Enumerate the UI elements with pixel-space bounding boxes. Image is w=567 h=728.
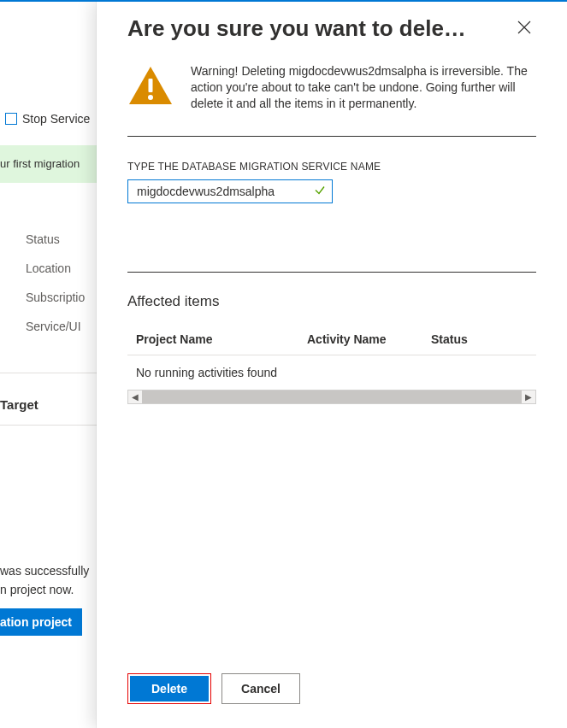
stop-service-label: Stop Service xyxy=(22,112,90,126)
svg-point-1 xyxy=(148,95,153,100)
focus-indicator: Delete xyxy=(127,673,211,704)
column-project-name[interactable]: Project Name xyxy=(136,332,307,346)
scroll-track[interactable] xyxy=(142,390,522,403)
divider xyxy=(127,136,536,137)
svg-rect-0 xyxy=(149,79,153,92)
stop-icon xyxy=(5,113,17,125)
grid-header-row: Project Name Activity Name Status xyxy=(127,322,536,355)
scroll-left-icon[interactable]: ◀ xyxy=(128,390,142,403)
warning-message: Warning! Deleting migdocdevwus2dmsalpha … xyxy=(191,63,536,112)
stop-service-command[interactable]: Stop Service xyxy=(5,112,90,126)
detail-subscription: Subscriptio xyxy=(26,291,85,304)
close-icon xyxy=(517,21,531,34)
scroll-right-icon[interactable]: ▶ xyxy=(522,390,535,403)
horizontal-scrollbar[interactable]: ◀ ▶ xyxy=(127,390,536,404)
resource-details: Status Location Subscriptio Service/UI xyxy=(26,232,85,349)
panel-title: Are you sure you want to dele… xyxy=(127,14,499,43)
detail-location: Location xyxy=(26,261,85,275)
service-name-label: TYPE THE DATABASE MIGRATION SERVICE NAME xyxy=(127,161,536,173)
affected-items-header: Affected items xyxy=(127,293,536,310)
panel-footer: Delete Cancel xyxy=(97,665,567,728)
migration-project-button[interactable]: ation project xyxy=(0,608,82,636)
delete-button[interactable]: Delete xyxy=(130,676,209,702)
column-activity-name[interactable]: Activity Name xyxy=(307,332,431,346)
cancel-button[interactable]: Cancel xyxy=(221,673,300,704)
top-accent-bar xyxy=(0,0,567,2)
success-message: was successfully n project now. xyxy=(0,561,89,599)
column-status[interactable]: Status xyxy=(431,332,517,346)
divider xyxy=(127,272,536,273)
detail-service-ui: Service/UI xyxy=(26,320,85,333)
warning-icon xyxy=(127,65,174,106)
confirm-delete-panel: Are you sure you want to dele… Warning! … xyxy=(97,2,567,728)
affected-items-grid: Project Name Activity Name Status No run… xyxy=(127,322,536,404)
detail-status: Status xyxy=(26,232,85,246)
service-name-input[interactable] xyxy=(127,179,333,203)
close-button[interactable] xyxy=(512,15,536,42)
grid-empty-message: No running activities found xyxy=(127,355,536,390)
